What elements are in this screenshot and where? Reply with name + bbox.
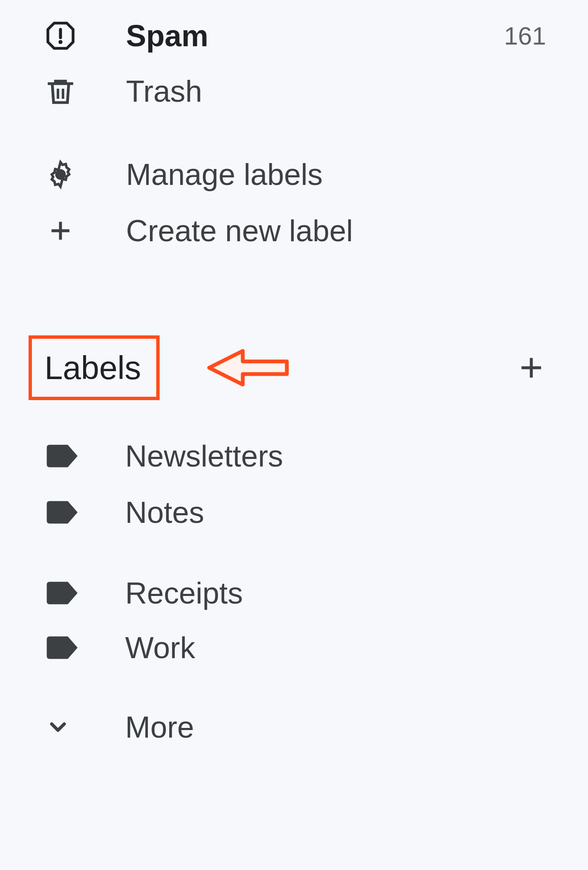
svg-point-2 xyxy=(58,40,63,44)
sidebar-item-count: 161 xyxy=(504,21,546,50)
label-icon xyxy=(45,443,83,469)
sidebar-label-receipts[interactable]: Receipts xyxy=(45,566,525,620)
sidebar-label-notes[interactable]: Notes xyxy=(45,485,525,540)
sidebar-item-label: Manage labels xyxy=(76,157,546,192)
sidebar-item-label: Create new label xyxy=(76,214,546,248)
annotation-arrow-icon xyxy=(205,347,289,389)
gear-icon xyxy=(45,158,76,190)
label-icon xyxy=(45,634,83,661)
sidebar-item-label: Trash xyxy=(76,74,546,108)
sidebar-label-name: Notes xyxy=(83,495,525,530)
sidebar-item-trash[interactable]: Trash xyxy=(45,64,546,119)
sidebar-item-label: More xyxy=(83,710,525,744)
sidebar-item-manage-labels[interactable]: Manage labels xyxy=(45,147,546,202)
chevron-down-icon xyxy=(45,714,83,740)
labels-section-title: Labels xyxy=(45,349,141,386)
sidebar-label-name: Work xyxy=(83,630,525,665)
spam-icon xyxy=(45,21,76,51)
label-icon xyxy=(45,580,83,606)
labels-section-header: Labels xyxy=(29,332,559,403)
annotation-highlight-box: Labels xyxy=(29,335,160,400)
sidebar-item-label: Spam xyxy=(76,18,504,53)
plus-icon xyxy=(45,217,76,244)
label-icon xyxy=(45,499,83,526)
sidebar-item-more[interactable]: More xyxy=(45,700,525,754)
sidebar-item-spam[interactable]: Spam 161 xyxy=(45,8,546,63)
sidebar-label-name: Newsletters xyxy=(83,439,525,473)
gmail-sidebar: Spam 161 Trash Manage labels xyxy=(0,0,588,870)
sidebar-item-create-label[interactable]: Create new label xyxy=(45,203,546,258)
add-label-button[interactable] xyxy=(517,353,546,382)
sidebar-label-newsletters[interactable]: Newsletters xyxy=(45,429,525,483)
svg-point-5 xyxy=(56,170,64,178)
sidebar-label-name: Receipts xyxy=(83,576,525,610)
trash-icon xyxy=(45,76,76,106)
sidebar-label-work[interactable]: Work xyxy=(45,620,525,675)
